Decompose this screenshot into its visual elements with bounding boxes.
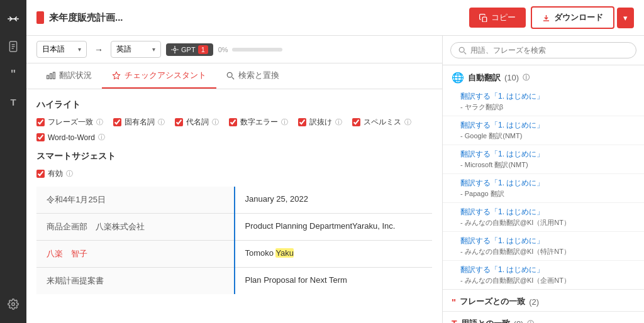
auto-translation-item-0[interactable]: 翻訳する「1. はじめに」 - ヤラク翻訳β — [443, 87, 644, 116]
auto-translation-item-2[interactable]: 翻訳する「1. はじめに」 - Microsoft 翻訳(NMT) — [443, 145, 644, 174]
highlight-checkboxes: フレーズ一致 ⓘ 固有名詞 ⓘ 代名詞 ⓘ 数 — [36, 117, 432, 142]
translation-table-container[interactable]: 令和4年1月25日 January 25, 2022 商品企画部 八楽株式会社 … — [36, 187, 432, 294]
target-cell-3[interactable]: Plan Proposal for Next Term — [235, 268, 433, 295]
search-icon — [458, 47, 467, 55]
sidebar-icon-document[interactable] — [2, 35, 25, 58]
sidebar-icon-settings[interactable] — [2, 293, 25, 315]
auto-translation-count: (10) — [504, 73, 519, 82]
progress-area: 0% — [218, 46, 282, 53]
checkbox-smart-suggest-input[interactable] — [36, 170, 45, 178]
checkbox-proper-noun[interactable]: 固有名詞 ⓘ — [113, 117, 165, 128]
target-highlight-2: Yaku — [275, 248, 294, 258]
checkbox-pronoun-input[interactable] — [175, 118, 183, 126]
pronoun-info-icon[interactable]: ⓘ — [212, 118, 219, 127]
target-cell-1[interactable]: Product Planning DepartmentYaraku, Inc. — [235, 214, 433, 241]
omission-info-icon[interactable]: ⓘ — [335, 118, 342, 127]
toolbar: 日本語 ▾ → 英語 ▾ GPT 1 0% — [26, 36, 442, 63]
term-match-icon: T — [452, 319, 457, 323]
proper-noun-info-icon[interactable]: ⓘ — [158, 118, 165, 127]
auto-translation-info-icon[interactable]: ⓘ — [523, 73, 530, 82]
checkbox-omission[interactable]: 訳抜け ⓘ — [298, 117, 342, 128]
header-actions: コピー ダウンロード ▾ — [469, 6, 634, 29]
source-language-select[interactable]: 日本語 ▾ — [36, 41, 87, 58]
auto-translation-item-3[interactable]: 翻訳する「1. はじめに」 - Papago 翻訳 — [443, 174, 644, 203]
svg-point-11 — [227, 72, 232, 77]
tabs-bar: 翻訳状況 チェックアシスタント 検索と置換 — [26, 63, 442, 89]
checkbox-spelling[interactable]: スペルミス ⓘ — [352, 117, 411, 128]
target-language-select[interactable]: 英語 ▾ — [111, 41, 161, 58]
checkbox-spelling-input[interactable] — [352, 118, 360, 126]
phrase-match-section: " フレーズとの一致 (2) — [443, 290, 644, 312]
auto-translation-item-6[interactable]: 翻訳する「1. はじめに」 - みんなの自動翻訳@KI（企画NT） — [443, 261, 644, 289]
svg-rect-9 — [50, 74, 52, 79]
phrase-match-info-icon[interactable]: ⓘ — [96, 118, 103, 127]
source-cell-0: 令和4年1月25日 — [36, 187, 235, 214]
table-row[interactable]: 来期計画提案書 Plan Proposal for Next Term — [36, 268, 432, 295]
search-box[interactable] — [450, 42, 636, 58]
checkbox-number-error-input[interactable] — [229, 118, 237, 126]
gear-small-icon — [171, 46, 179, 53]
translation-table: 令和4年1月25日 January 25, 2022 商品企画部 八楽株式会社 … — [36, 187, 432, 294]
lang-arrow-icon: → — [94, 45, 103, 55]
right-panel: 🌐 自動翻訳 (10) ⓘ 翻訳する「1. はじめに」 - ヤラク翻訳β 翻訳す… — [443, 36, 644, 323]
target-cell-0[interactable]: January 25, 2022 — [235, 187, 433, 214]
checkbox-omission-input[interactable] — [298, 118, 306, 126]
source-lang-chevron: ▾ — [78, 46, 81, 53]
checkbox-smart-suggest[interactable]: 有効 ⓘ — [36, 168, 432, 179]
tab-translation-status[interactable]: 翻訳状況 — [36, 63, 102, 89]
search-input[interactable] — [470, 46, 628, 55]
tab-search-replace[interactable]: 検索と置換 — [216, 63, 289, 89]
main-area: 来年度販売計画... コピー ダウンロード ▾ — [26, 0, 644, 323]
term-match-count: (0) — [514, 319, 524, 324]
download-icon — [542, 14, 550, 22]
copy-icon — [479, 14, 487, 22]
header: 来年度販売計画... コピー ダウンロード ▾ — [26, 0, 644, 36]
target-lang-chevron: ▾ — [152, 46, 155, 53]
checkbox-phrase-match-input[interactable] — [36, 118, 45, 126]
globe-icon: 🌐 — [452, 72, 464, 84]
target-prefix-2: Tomoko — [245, 248, 276, 258]
checkbox-proper-noun-input[interactable] — [113, 118, 121, 126]
checkbox-number-error[interactable]: 数字エラー ⓘ — [229, 117, 288, 128]
term-match-info-icon[interactable]: ⓘ — [527, 319, 534, 324]
table-row[interactable]: 令和4年1月25日 January 25, 2022 — [36, 187, 432, 214]
sidebar-icon-text[interactable]: T — [2, 90, 25, 113]
number-error-info-icon[interactable]: ⓘ — [281, 118, 288, 127]
sidebar-icon-translate[interactable] — [2, 8, 25, 30]
table-row[interactable]: 商品企画部 八楽株式会社 Product Planning Department… — [36, 214, 432, 241]
header-title-area: 来年度販売計画... — [36, 11, 123, 24]
smart-suggest-info-icon[interactable]: ⓘ — [66, 169, 73, 178]
check-assistant-icon — [112, 71, 121, 80]
checkbox-word-to-word-input[interactable] — [36, 133, 45, 141]
copy-button[interactable]: コピー — [469, 8, 526, 28]
spelling-info-icon[interactable]: ⓘ — [404, 118, 411, 127]
checkbox-word-to-word[interactable]: Word-to-Word ⓘ — [36, 133, 105, 142]
svg-rect-8 — [47, 75, 49, 79]
progress-bar-container — [232, 48, 282, 52]
phrase-match-header[interactable]: " フレーズとの一致 (2) — [443, 290, 644, 311]
auto-translation-item-4[interactable]: 翻訳する「1. はじめに」 - みんなの自動翻訳@KI（汎用NT） — [443, 203, 644, 232]
download-button[interactable]: ダウンロード — [531, 6, 614, 29]
checkbox-pronoun[interactable]: 代名詞 ⓘ — [175, 117, 219, 128]
word-to-word-info-icon[interactable]: ⓘ — [98, 133, 105, 142]
content-area: 日本語 ▾ → 英語 ▾ GPT 1 0% — [26, 36, 644, 323]
highlight-title: ハイライト — [36, 99, 432, 111]
target-cell-2[interactable]: Tomoko Yaku — [235, 241, 433, 268]
term-match-header[interactable]: T 用語との一致 (0) ⓘ — [443, 312, 644, 323]
bar-chart-icon — [47, 72, 55, 79]
download-dropdown-button[interactable]: ▾ — [617, 8, 634, 28]
auto-translation-item-5[interactable]: 翻訳する「1. はじめに」 - みんなの自動翻訳@KI（特許NT） — [443, 232, 644, 261]
auto-translation-header: 🌐 自動翻訳 (10) ⓘ — [443, 65, 644, 87]
checkbox-phrase-match[interactable]: フレーズ一致 ⓘ — [36, 117, 103, 128]
smart-suggest-title: スマートサジェスト — [36, 151, 432, 162]
page-title: 来年度販売計画... — [49, 12, 123, 24]
auto-translation-item-1[interactable]: 翻訳する「1. はじめに」 - Google 翻訳(NMT) — [443, 116, 644, 145]
source-cell-1: 商品企画部 八楽株式会社 — [36, 214, 235, 241]
gpt-badge[interactable]: GPT 1 — [166, 43, 213, 56]
table-row[interactable]: 八楽 智子 Tomoko Yaku — [36, 241, 432, 268]
sidebar-icon-quote[interactable]: " — [2, 63, 25, 85]
svg-rect-6 — [482, 17, 487, 22]
tab-check-assistant[interactable]: チェックアシスタント — [102, 63, 216, 89]
phrase-match-count: (2) — [529, 297, 539, 307]
title-bar-icon — [36, 11, 44, 24]
